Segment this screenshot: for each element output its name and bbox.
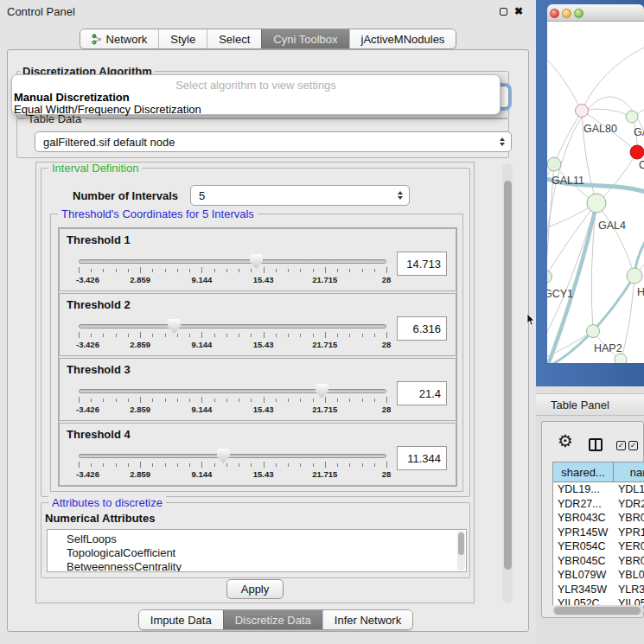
node-label: HAP2 [594,342,622,354]
close-icon[interactable]: ✖ [514,6,523,16]
table-row[interactable]: YBR043CYBR043C [553,511,644,526]
network-canvas[interactable]: GAL80GACGAL11GAL4GCY1HAHAP2 [547,22,644,363]
threshold-slider[interactable]: -3.4262.8599.14415.4321.71528 [79,253,386,288]
table-cell[interactable]: YLR345W [614,583,644,597]
bottom-tab-bar: Impute DataDiscretize DataInfer Network [8,609,544,630]
threshold-value-field[interactable]: 21.4 [397,381,447,405]
table-cell[interactable]: YER054C [553,539,614,554]
menu-item-equal-width-frequency[interactable]: Equal Width/Frequency Discretization [14,103,201,116]
gear-icon[interactable]: ⚙ [558,432,573,450]
threshold-value-field[interactable]: 6.316 [397,316,447,341]
network-node [626,111,638,123]
table-row[interactable]: YDR27...YDR27... [553,497,644,512]
control-panel: Control Panel ✖ NetworkStyleSelectCyni T… [0,0,536,644]
node-attribute-table[interactable]: shared...name YDL19...YDL19...YDR27...YD… [552,462,644,605]
threshold-label: Threshold 3 [67,363,131,376]
table-cell[interactable]: YDR27... [553,497,614,512]
attributes-group-title: Attributes to discretize [48,496,166,509]
slider-tick-labels: -3.4262.8599.14415.4321.71528 [79,405,386,414]
table-cell[interactable]: YBL079W [553,568,614,583]
tab-jactivemnodules[interactable]: jActiveMNodules [349,29,456,48]
network-node [587,194,606,213]
tab-cyni-toolbox[interactable]: Cyni Toolbox [261,29,348,48]
table-cell[interactable]: YDR27... [614,497,644,512]
thresholds-container: Threshold 1 -3.4262.8599.14415.4321.7152… [58,227,457,487]
network-edge [547,203,596,363]
tab-label: Impute Data [150,614,212,627]
threshold-slider[interactable]: -3.4262.8599.14415.4321.71528 [79,318,386,353]
top-tab-bar: NetworkStyleSelectCyni ToolboxjActiveMNo… [0,29,536,49]
table-cell[interactable]: YBR043C [553,511,614,526]
table-cell[interactable]: YIL052C [614,596,644,605]
tab-infer-network[interactable]: Infer Network [322,610,412,629]
slider-track[interactable] [79,259,386,264]
split-columns-icon[interactable] [589,438,603,451]
threshold-value-field[interactable]: 14.713 [397,252,447,276]
attribute-item[interactable]: BetweennessCentrality [48,560,466,572]
slider-track[interactable] [79,324,386,328]
apply-button[interactable]: Apply [226,579,284,599]
table-horizontal-scrollbar[interactable] [552,605,644,615]
zoom-traffic-light[interactable] [574,9,583,18]
table-row[interactable]: YLR345WYLR345W [553,583,644,597]
table-cell[interactable]: YBL079W [614,568,644,583]
attribute-list-scrollbar[interactable] [457,531,465,571]
close-traffic-light[interactable] [550,9,559,18]
table-cell[interactable]: YER054C [614,539,644,554]
cyni-toolbox-panel: Discretization Algorithm Select algorith… [7,49,529,632]
tab-label: Infer Network [335,614,401,627]
table-cell[interactable]: YDL19... [614,482,644,497]
table-cell[interactable]: YBR045C [553,554,614,569]
attribute-item[interactable]: TopologicalCoefficient [48,546,466,560]
scrollbar-thumb[interactable] [458,532,464,555]
table-data-combobox[interactable]: galFiltered.sif default node [35,131,512,152]
attribute-item[interactable]: SelfLoops [48,532,466,546]
tab-select[interactable]: Select [207,29,261,48]
slider-tick-labels: -3.4262.8599.14415.4321.71528 [79,469,386,479]
tab-impute-data[interactable]: Impute Data [139,610,223,629]
table-cell[interactable]: YPR145W [553,526,614,540]
table-cell[interactable]: YDL19... [553,482,614,497]
table-row[interactable]: YER054CYER054C [553,539,644,554]
table-row[interactable]: YBL079WYBL079W [553,568,644,583]
tab-style[interactable]: Style [158,29,207,48]
scrollbar-thumb[interactable] [504,181,512,570]
tab-discretize-data[interactable]: Discretize Data [223,610,322,629]
checkbox-icon[interactable]: ✓ [628,441,638,450]
table-row[interactable]: YDL19...YDL19... [553,482,644,497]
numerical-attributes-list[interactable]: SelfLoopsTopologicalCoefficientBetweenne… [47,529,467,572]
slider-track[interactable] [79,389,386,393]
table-cell[interactable]: YBR045C [614,554,644,569]
column-header[interactable]: name [614,462,644,481]
column-header[interactable]: shared... [553,462,614,481]
network-node [587,325,600,338]
panel-vertical-scrollbar[interactable] [502,163,513,603]
node-label: GAL4 [598,220,626,232]
checkbox-icon[interactable]: ✓ [616,441,626,450]
menu-item-manual-discretization[interactable]: Manual Discretization [14,91,130,104]
number-of-intervals-combobox[interactable]: 5 [190,185,410,206]
slider-track[interactable] [79,454,386,458]
tab-network[interactable]: Network [80,29,159,48]
network-graph[interactable]: GAL80GACGAL11GAL4GCY1HAHAP2 [547,22,644,363]
network-window-titlebar [547,4,644,22]
tab-label: jActiveMNodules [361,33,445,46]
threshold-slider[interactable]: -3.4262.8599.14415.4321.71528 [79,448,386,482]
table-row[interactable]: YPR145WYPR145W [553,526,644,540]
minimize-traffic-light[interactable] [562,9,571,18]
threshold-slider[interactable]: -3.4262.8599.14415.4321.71528 [79,383,386,418]
slider-ticks [79,267,386,275]
network-edge [554,111,582,164]
table-panel-titlebar: Table Panel [536,393,644,416]
table-cell[interactable]: YBR043C [614,511,644,526]
scrollbar-thumb[interactable] [554,607,641,615]
table-cell[interactable]: YIL052C [553,596,614,605]
table-cell[interactable]: YPR145W [614,526,644,540]
slider-tick-labels: -3.4262.8599.14415.4321.71528 [79,340,386,349]
bottom-tab-group: Impute DataDiscretize DataInfer Network [138,609,413,630]
table-row[interactable]: YIL052CYIL052C [553,596,644,605]
float-window-icon[interactable] [500,8,507,16]
table-cell[interactable]: YLR345W [553,583,614,597]
threshold-value-field[interactable]: 11.344 [397,446,447,470]
table-row[interactable]: YBR045CYBR045C [553,554,644,569]
